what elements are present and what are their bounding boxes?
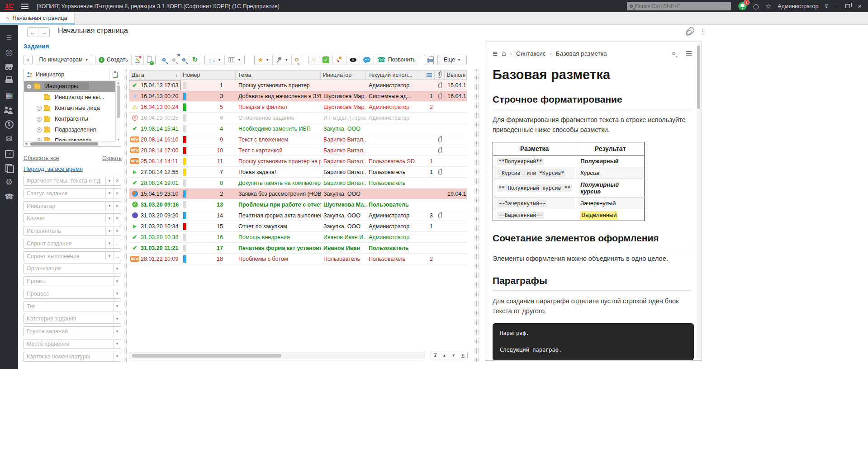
favorites-star-icon[interactable]: ☆ bbox=[765, 3, 771, 9]
attachment-cell[interactable] bbox=[435, 113, 445, 123]
settings-menu-icon[interactable]: ≡▾ bbox=[825, 4, 828, 9]
table-row[interactable]: NEW28.01.22 10:0918Проблемы с ботомПольз… bbox=[129, 254, 467, 264]
count-cell[interactable]: 1 bbox=[420, 91, 435, 101]
table-row[interactable]: NEW20.08.14 17:0010Тест с картинкойБарил… bbox=[129, 145, 467, 156]
executor-cell[interactable]: Администратор bbox=[366, 232, 420, 242]
initiator-cell[interactable]: Закупка, ООО bbox=[321, 188, 366, 199]
initiator-cell[interactable]: Закупка, ООО bbox=[321, 123, 366, 134]
initiator-cell[interactable]: Барилко Витал... bbox=[321, 167, 366, 177]
go-last-button[interactable]: ▼ bbox=[458, 352, 467, 359]
close-button[interactable]: × bbox=[858, 3, 862, 9]
filter-input[interactable]: Организация▼ bbox=[24, 264, 121, 273]
initiator-cell[interactable]: Барилко Витал... bbox=[321, 178, 366, 188]
attachment-cell[interactable] bbox=[435, 102, 445, 112]
tab-home[interactable]: ⌂ Начальная страница bbox=[0, 12, 75, 24]
dropdown-caret-icon[interactable]: ▼ bbox=[113, 314, 121, 323]
table-row[interactable]: ✔31.03.20 11:2117Печатная форма акт уста… bbox=[129, 243, 467, 254]
breadcrumb-basic-markup[interactable]: Базовая разметка bbox=[556, 50, 607, 57]
date-cell[interactable]: ✓31.03.20 09:16 bbox=[129, 199, 181, 210]
executor-cell[interactable]: Пользователь bbox=[366, 167, 420, 177]
theme-cell[interactable]: Печатная форма акт установки bbox=[236, 243, 321, 253]
initiator-cell[interactable]: Иванов Иван bbox=[321, 243, 366, 253]
column-header-5[interactable] bbox=[419, 71, 435, 80]
theme-cell[interactable]: Тест с картинкой bbox=[236, 145, 321, 155]
number-cell[interactable]: 3 bbox=[181, 91, 236, 101]
filter-input[interactable]: Исполнитель▼✕ bbox=[24, 226, 121, 236]
done-cell[interactable] bbox=[445, 178, 467, 188]
filter-input[interactable]: Категория задания▼ bbox=[24, 314, 121, 324]
go-prev-button[interactable]: ▲ bbox=[440, 352, 449, 359]
filter-input[interactable]: Тег▼ bbox=[24, 301, 121, 311]
filter-input[interactable]: Место хранения▼ bbox=[24, 339, 121, 349]
clear-icon[interactable]: ✕ bbox=[113, 176, 121, 185]
filter-input[interactable]: Клиент▼✕ bbox=[24, 213, 121, 223]
delivery-icon[interactable] bbox=[0, 60, 18, 73]
hide-link[interactable]: Скрыть bbox=[102, 155, 122, 161]
reset-all-link[interactable]: Сбросить все bbox=[24, 155, 59, 161]
theme-cell[interactable]: Докупить память на компьютер бу... bbox=[236, 178, 321, 188]
executor-cell[interactable]: Администратор bbox=[366, 80, 420, 90]
column-header-4[interactable]: Текущий испол... bbox=[366, 71, 419, 80]
executor-cell[interactable]: Системные ад... bbox=[366, 91, 420, 101]
initiator-cell[interactable]: ИТ-отдел (Торго... bbox=[321, 113, 366, 123]
number-cell[interactable]: 11 bbox=[181, 156, 236, 166]
executor-cell[interactable] bbox=[366, 145, 420, 155]
doc-scrollbar[interactable] bbox=[697, 43, 701, 359]
done-cell[interactable] bbox=[445, 243, 467, 253]
doc-toc-icon[interactable] bbox=[686, 51, 692, 52]
executor-cell[interactable] bbox=[366, 123, 420, 134]
checklist-button[interactable] bbox=[109, 69, 121, 80]
back-button[interactable]: ← bbox=[28, 28, 38, 37]
notifications-bell-icon[interactable]: 1 bbox=[738, 2, 747, 10]
left-splitter[interactable] bbox=[124, 69, 127, 362]
expand-icon[interactable]: + bbox=[37, 106, 42, 111]
attachment-cell[interactable] bbox=[435, 199, 445, 210]
date-cell[interactable]: NEW20.08.14 16:10 bbox=[129, 134, 181, 145]
dropdown-caret-icon[interactable]: ▼ bbox=[113, 289, 121, 298]
scrollbar-thumb[interactable] bbox=[132, 354, 281, 358]
table-row[interactable]: ♥16.04.13 00:203Добавить вид начисления … bbox=[129, 91, 467, 102]
column-header-7[interactable]: Выполн... bbox=[445, 71, 465, 80]
pin-button[interactable]: ▼ bbox=[273, 55, 292, 65]
initiator-cell[interactable]: Пользователь bbox=[321, 254, 366, 264]
theme-cell[interactable]: Новая задача! bbox=[236, 167, 321, 177]
executor-cell[interactable] bbox=[366, 188, 420, 199]
count-cell[interactable] bbox=[420, 178, 435, 188]
theme-cell[interactable]: Отмененное задание bbox=[236, 113, 321, 123]
dropdown-caret-icon[interactable]: ▼ bbox=[113, 352, 121, 361]
initiator-cell[interactable]: Закупка, ООО bbox=[321, 221, 366, 231]
count-cell[interactable] bbox=[420, 113, 435, 123]
table-row[interactable]: NEW25.08.14 14:1111Прошу установить прин… bbox=[129, 156, 467, 167]
table-row[interactable]: ✔19.08.14 15:414Необходимо заменить ИБПЗ… bbox=[129, 123, 467, 134]
dropdown-caret-icon[interactable]: ▼ bbox=[105, 189, 113, 198]
forward-button[interactable]: → bbox=[38, 28, 49, 37]
print-icon[interactable] bbox=[0, 74, 18, 88]
date-cell[interactable]: ⚠16.04.13 00:24 bbox=[129, 102, 181, 112]
theme-cell[interactable]: Необходимо заменить ИБП bbox=[236, 123, 321, 134]
number-cell[interactable]: 2 bbox=[181, 188, 236, 199]
attachment-cell[interactable] bbox=[435, 221, 445, 231]
executor-cell[interactable]: Пользователь bbox=[366, 178, 420, 188]
filter-input[interactable]: Группа заданий▼ bbox=[24, 326, 121, 336]
date-cell[interactable]: ✕16.04.13 00:25 bbox=[129, 113, 181, 123]
theme-cell[interactable]: Помощь внедрения bbox=[236, 232, 321, 242]
initiator-cell[interactable]: Шустикова Мар... bbox=[321, 91, 366, 101]
count-cell[interactable] bbox=[420, 243, 435, 253]
reassign-button[interactable] bbox=[333, 55, 346, 65]
date-cell[interactable]: 31.03.20 09:20 bbox=[129, 210, 181, 221]
number-cell[interactable]: 9 bbox=[181, 134, 236, 145]
filter-input[interactable]: Спринт создания▼… bbox=[24, 239, 121, 249]
table-row[interactable]: ✔28.08.14 19:018Докупить память на компь… bbox=[129, 178, 467, 188]
history-icon[interactable]: ◷ bbox=[753, 3, 759, 9]
create-button[interactable]: + Создать bbox=[95, 55, 132, 65]
right-splitter[interactable] bbox=[476, 69, 479, 362]
theme-cell[interactable]: Заявка без рассмотрения (НОВАЯ!) bbox=[236, 188, 321, 199]
doc-home-icon[interactable]: ⌂ bbox=[502, 50, 506, 57]
print-button[interactable] bbox=[424, 55, 438, 65]
date-cell[interactable]: NEW20.08.14 17:00 bbox=[129, 145, 181, 155]
date-cell[interactable]: ✔28.08.14 19:01 bbox=[129, 178, 181, 188]
attachment-cell[interactable] bbox=[435, 254, 445, 264]
count-cell[interactable] bbox=[420, 134, 435, 145]
count-cell[interactable]: 2 bbox=[420, 102, 435, 112]
done-cell[interactable] bbox=[445, 199, 467, 210]
